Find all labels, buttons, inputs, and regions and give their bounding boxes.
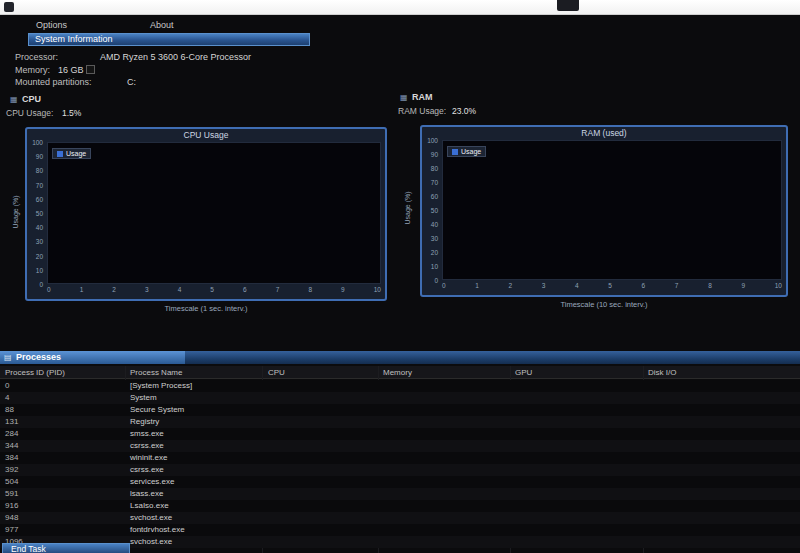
ram-section-title: RAM (412, 92, 433, 102)
processes-section-header: ▤ Processes (0, 351, 800, 364)
cpu-chart-title: CPU Usage (27, 130, 385, 140)
y-tick-label: 90 (36, 153, 43, 160)
x-tick-label: 3 (542, 282, 546, 290)
x-tick-label: 10 (374, 286, 381, 294)
y-tick-label: 40 (36, 224, 43, 231)
ram-usage-value: 23.0% (452, 106, 476, 116)
ram-chart-x-label: Timescale (10 sec. interv.) (420, 300, 788, 309)
cpu-chart-y-axis: 1009080706050403020100 (27, 139, 45, 288)
x-tick-label: 8 (708, 282, 712, 290)
table-cell: fontdrvhost.exe (130, 525, 185, 534)
ram-usage-label: RAM Usage: (398, 106, 446, 116)
y-tick-label: 60 (36, 196, 43, 203)
x-tick-label: 1 (475, 282, 479, 290)
cpu-chart-legend: Usage (52, 148, 91, 159)
table-row[interactable]: 384wininit.exe (0, 452, 800, 464)
y-tick-label: 0 (434, 277, 438, 284)
partitions-value: C: (127, 77, 136, 87)
menu-item-options[interactable]: Options (36, 20, 67, 30)
table-cell: 131 (5, 417, 18, 426)
table-row[interactable]: 88Secure System (0, 404, 800, 416)
y-tick-label: 0 (39, 281, 43, 288)
table-row[interactable]: 977fontdrvhost.exe (0, 524, 800, 536)
ram-chart-plot-area: Usage (442, 140, 782, 280)
ram-chart-y-axis: 1009080706050403020100 (422, 137, 440, 284)
y-tick-label: 20 (36, 253, 43, 260)
processes-section-title: Processes (16, 352, 61, 362)
y-tick-label: 30 (431, 235, 438, 242)
end-task-button[interactable]: End Task (2, 543, 130, 553)
table-cell: lsass.exe (130, 489, 163, 498)
column-header[interactable]: Process ID (PID) (5, 368, 65, 377)
x-tick-label: 3 (145, 286, 149, 294)
table-cell: 344 (5, 441, 18, 450)
table-row[interactable]: 948svchost.exe (0, 512, 800, 524)
y-tick-label: 80 (431, 165, 438, 172)
column-header[interactable]: CPU (268, 368, 285, 377)
table-cell: services.exe (130, 477, 174, 486)
table-cell: 284 (5, 429, 18, 438)
column-header[interactable]: Memory (383, 368, 412, 377)
x-tick-label: 4 (575, 282, 579, 290)
column-header[interactable]: Disk I/O (648, 368, 676, 377)
x-tick-label: 0 (47, 286, 51, 294)
system-information-selected-item[interactable]: System Information (28, 33, 310, 46)
y-tick-label: 60 (431, 193, 438, 200)
x-tick-label: 2 (509, 282, 513, 290)
ram-chart-y-label: Usage (%) (404, 158, 414, 258)
x-tick-label: 8 (308, 286, 312, 294)
ram-chart-x-axis: 012345678910 (442, 282, 782, 290)
x-tick-label: 5 (210, 286, 214, 294)
table-row[interactable]: 591lsass.exe (0, 488, 800, 500)
table-cell: LsaIso.exe (130, 501, 169, 510)
cpu-usage-value: 1.5% (62, 108, 81, 118)
table-cell: 948 (5, 513, 18, 522)
y-tick-label: 100 (427, 137, 438, 144)
x-tick-label: 0 (442, 282, 446, 290)
table-cell: svchost.exe (130, 537, 172, 546)
table-row[interactable]: 344csrss.exe (0, 440, 800, 452)
table-cell: 88 (5, 405, 14, 414)
table-cell: 977 (5, 525, 18, 534)
x-tick-label: 9 (341, 286, 345, 294)
app-icon (4, 2, 14, 12)
usage-series-swatch (452, 149, 458, 155)
table-cell: System (130, 393, 157, 402)
table-cell: 392 (5, 465, 18, 474)
x-tick-label: 1 (80, 286, 84, 294)
x-tick-label: 10 (775, 282, 782, 290)
y-tick-label: 10 (431, 263, 438, 270)
y-tick-label: 50 (36, 210, 43, 217)
table-cell: wininit.exe (130, 453, 167, 462)
table-row[interactable]: 916LsaIso.exe (0, 500, 800, 512)
usage-series-swatch (57, 151, 63, 157)
table-row[interactable]: 392csrss.exe (0, 464, 800, 476)
y-tick-label: 70 (431, 179, 438, 186)
table-row[interactable]: 131Registry (0, 416, 800, 428)
table-cell: 591 (5, 489, 18, 498)
cpu-chart-x-label: Timescale (1 sec. interv.) (25, 304, 387, 313)
processor-value: AMD Ryzen 5 3600 6-Core Processor (100, 52, 251, 62)
cpu-usage-label: CPU Usage: (6, 108, 53, 118)
table-cell: svchost.exe (130, 513, 172, 522)
x-tick-label: 5 (608, 282, 612, 290)
app-window: Options About System Information Process… (0, 0, 800, 553)
legend-label: Usage (66, 150, 86, 157)
table-row[interactable]: 284smss.exe (0, 428, 800, 440)
table-cell: 0 (5, 381, 9, 390)
x-tick-label: 9 (741, 282, 745, 290)
table-row[interactable]: 504services.exe (0, 476, 800, 488)
table-row[interactable]: 0[System Process] (0, 380, 800, 392)
table-row[interactable]: 4System (0, 392, 800, 404)
legend-label: Usage (461, 148, 481, 155)
cpu-chart-plot-area: Usage (47, 142, 381, 284)
column-header[interactable]: Process Name (130, 368, 182, 377)
column-header[interactable]: GPU (515, 368, 532, 377)
menu-item-about[interactable]: About (150, 20, 174, 30)
cpu-chart-x-axis: 012345678910 (47, 286, 381, 294)
table-cell: csrss.exe (130, 441, 164, 450)
titlebar-button[interactable] (557, 0, 579, 11)
memory-label: Memory: (15, 65, 50, 75)
x-tick-label: 6 (642, 282, 646, 290)
partitions-label: Mounted partitions: (15, 77, 92, 87)
